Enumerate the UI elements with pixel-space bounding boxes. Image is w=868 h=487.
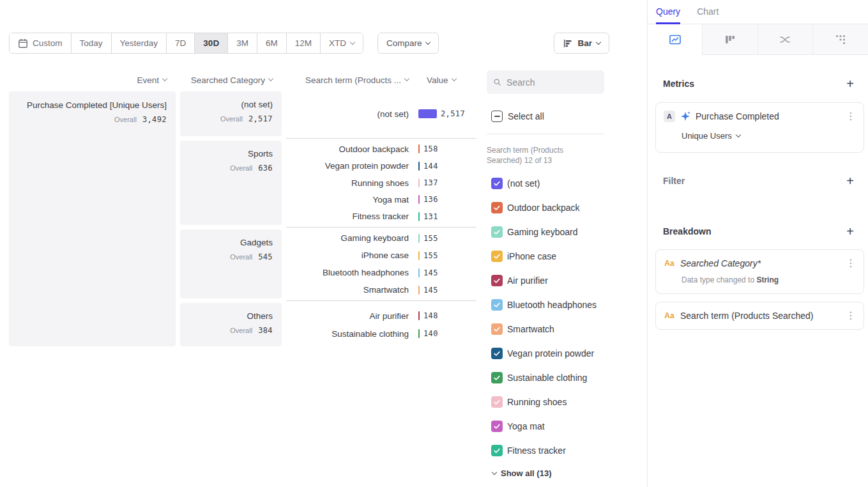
category-cell[interactable]: Gadgets Overall545: [180, 229, 282, 298]
checked-checkbox-icon: [491, 396, 503, 408]
date-range-custom[interactable]: Custom: [10, 33, 72, 53]
value-bar: [418, 144, 420, 153]
date-range-3m[interactable]: 3M: [228, 33, 257, 53]
chevron-down-icon: [736, 132, 741, 137]
measure-dropdown[interactable]: Unique Users: [664, 131, 856, 141]
overall-label: Overall: [114, 116, 137, 123]
event-overall-value: 3,492: [142, 115, 167, 124]
breakdown-menu-button[interactable]: ⋮: [846, 311, 856, 321]
event-cell[interactable]: Purchase Completed [Unique Users] Overal…: [9, 91, 176, 346]
date-range-today[interactable]: Today: [72, 33, 112, 53]
checked-checkbox-icon: [491, 348, 503, 359]
tab-query[interactable]: Query: [656, 6, 680, 24]
metric-card: A Purchase Completed ⋮ Unique Users: [655, 102, 864, 153]
checked-checkbox-icon: [491, 372, 503, 383]
value-bar: [418, 195, 420, 204]
segment-item[interactable]: iPhone case: [487, 244, 604, 268]
value-bar: [418, 162, 420, 171]
date-range-6m[interactable]: 6M: [257, 33, 287, 53]
query-panel: Query Chart Metrics + A Purchase Complet…: [647, 0, 868, 487]
term-row[interactable]: Running shoes137: [286, 174, 476, 191]
table-header-row: Event Searched Category Search term (Pro…: [9, 73, 456, 86]
term-row[interactable]: Smartwatch145: [286, 281, 476, 298]
segment-item[interactable]: Yoga mat: [487, 414, 604, 438]
checked-checkbox-icon: [491, 251, 503, 262]
category-cell[interactable]: Sports Overall636: [180, 141, 282, 225]
column-header-category[interactable]: Searched Category: [180, 75, 282, 85]
term-section: Gaming keyboard155 iPhone case155 Blueto…: [286, 229, 476, 298]
tab-chart[interactable]: Chart: [697, 6, 719, 24]
tab-funnels[interactable]: [703, 24, 758, 55]
chevron-down-icon: [162, 76, 167, 81]
term-row[interactable]: Gaming keyboard155: [286, 229, 476, 247]
show-all-link[interactable]: Show all (13): [487, 468, 604, 478]
breakdown-property-row[interactable]: Aa Searched Category* ⋮: [664, 258, 856, 269]
value-bar: [418, 178, 420, 187]
breakdown-heading: Breakdown: [663, 226, 711, 236]
segment-item[interactable]: Sustainable clothing: [487, 366, 604, 390]
search-input[interactable]: [506, 77, 598, 88]
segment-item[interactable]: Bluetooth headphones: [487, 293, 604, 317]
breakdown-section-header: Breakdown +: [648, 224, 868, 239]
tab-retention[interactable]: [813, 24, 868, 55]
segment-item[interactable]: Vegan protein powder: [487, 341, 604, 366]
segment-item[interactable]: Air purifier: [487, 268, 604, 293]
date-range-group: Custom Today Yesterday 7D 30D 3M 6M 12M …: [9, 33, 363, 54]
divider: [487, 134, 604, 134]
chevron-down-icon: [268, 76, 273, 81]
chart-type-select[interactable]: Bar: [554, 33, 609, 54]
insights-report: Custom Today Yesterday 7D 30D 3M 6M 12M …: [0, 0, 647, 487]
checked-checkbox-icon: [491, 202, 503, 213]
date-range-yesterday[interactable]: Yesterday: [112, 33, 167, 53]
term-row[interactable]: iPhone case155: [286, 247, 476, 264]
column-header-event[interactable]: Event: [9, 75, 176, 85]
term-row[interactable]: (not set)2,517: [286, 105, 476, 123]
breakdown-card: Aa Searched Category* ⋮ Data type change…: [655, 249, 864, 294]
date-range-30d[interactable]: 30D: [195, 33, 228, 53]
term-row[interactable]: Sustainable clothing140: [286, 325, 476, 343]
term-row[interactable]: Bluetooth headphones145: [286, 264, 476, 281]
segment-search[interactable]: [487, 70, 604, 94]
term-row[interactable]: Vegan protein powder144: [286, 157, 476, 174]
add-filter-button[interactable]: +: [842, 173, 858, 189]
category-cell[interactable]: (not set) Overall2,517: [180, 91, 282, 136]
term-row[interactable]: Outdoor backpack158: [286, 141, 476, 157]
breakdown-property-row[interactable]: Aa Search term (Products Searched) ⋮: [664, 310, 856, 321]
term-row[interactable]: Yoga mat136: [286, 191, 476, 208]
chevron-down-icon: [425, 39, 430, 44]
value-bar: [418, 251, 420, 260]
date-range-xtd[interactable]: XTD: [321, 33, 363, 53]
value-bar: [418, 212, 420, 221]
metric-menu-button[interactable]: ⋮: [846, 111, 856, 121]
term-row[interactable]: Fitness tracker131: [286, 208, 476, 225]
filter-heading: Filter: [663, 176, 685, 186]
chevron-down-icon: [451, 76, 456, 81]
checked-checkbox-icon: [491, 178, 503, 189]
breakdown-menu-button[interactable]: ⋮: [846, 258, 856, 268]
tab-flows[interactable]: [758, 24, 813, 55]
checked-checkbox-icon: [491, 445, 503, 456]
tab-insights[interactable]: [648, 24, 703, 55]
column-header-term[interactable]: Search term (Products ...: [286, 75, 409, 85]
date-range-7d[interactable]: 7D: [167, 33, 195, 53]
segment-item[interactable]: Fitness tracker: [487, 438, 604, 463]
add-breakdown-button[interactable]: +: [842, 224, 858, 239]
date-range-12m[interactable]: 12M: [287, 33, 321, 53]
compare-button[interactable]: Compare: [377, 33, 439, 54]
term-section: Air purifier148 Sustainable clothing140: [286, 303, 476, 346]
string-type-icon: Aa: [664, 258, 675, 269]
segment-item[interactable]: Smartwatch: [487, 317, 604, 341]
column-header-value[interactable]: Value: [427, 75, 456, 85]
segment-item[interactable]: Running shoes: [487, 390, 604, 414]
segment-item[interactable]: Outdoor backpack: [487, 196, 604, 220]
segment-item[interactable]: (not set): [487, 171, 604, 196]
insights-icon: [669, 33, 681, 46]
term-row[interactable]: Air purifier148: [286, 307, 476, 325]
value-bar: [418, 286, 420, 295]
segment-item[interactable]: Gaming keyboard: [487, 220, 604, 244]
category-cell[interactable]: Others Overall384: [180, 303, 282, 346]
metric-event-row[interactable]: A Purchase Completed ⋮: [664, 111, 856, 122]
add-metric-button[interactable]: +: [842, 76, 858, 91]
term-section: (not set)2,517: [286, 91, 476, 136]
select-all-checkbox[interactable]: Select all: [487, 111, 604, 122]
